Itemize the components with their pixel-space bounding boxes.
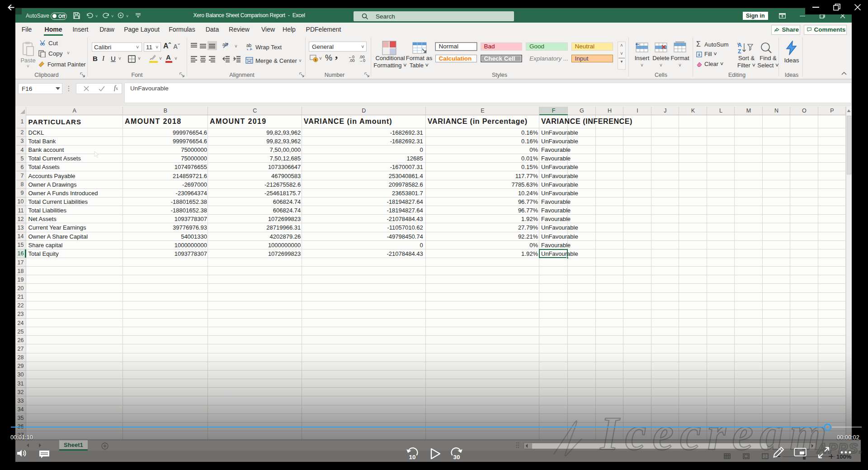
svg-text:ab: ab [246, 43, 252, 48]
svg-text:.00: .00 [349, 58, 355, 62]
svg-text:30: 30 [453, 454, 460, 460]
svg-text:→0: →0 [359, 58, 365, 62]
svg-text:10: 10 [409, 454, 416, 460]
svg-text:A: A [738, 42, 742, 48]
svg-text:ab: ab [222, 42, 228, 47]
svg-text:$: $ [314, 58, 316, 62]
svg-text:Z: Z [738, 48, 741, 55]
